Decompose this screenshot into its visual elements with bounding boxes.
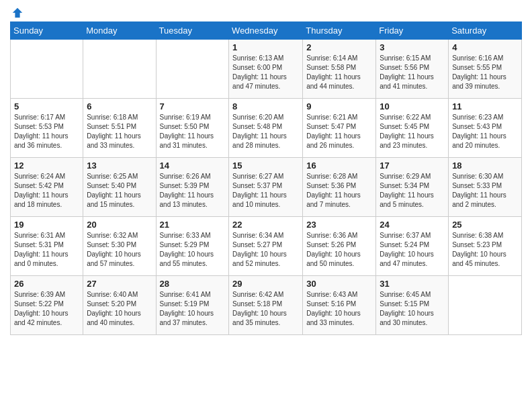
- calendar-cell: 3Sunrise: 6:15 AM Sunset: 5:56 PM Daylig…: [376, 40, 449, 99]
- calendar-week-row: 19Sunrise: 6:31 AM Sunset: 5:31 PM Dayli…: [11, 217, 522, 276]
- calendar-cell: 26Sunrise: 6:39 AM Sunset: 5:22 PM Dayli…: [11, 276, 83, 335]
- day-number: 21: [160, 220, 226, 230]
- day-number: 17: [380, 161, 445, 171]
- day-number: 1: [232, 42, 299, 52]
- page-container: SundayMondayTuesdayWednesdayThursdayFrid…: [0, 0, 532, 342]
- weekday-header-monday: Monday: [83, 22, 156, 40]
- day-info: Sunrise: 6:23 AM Sunset: 5:43 PM Dayligh…: [452, 113, 518, 150]
- calendar-cell: 11Sunrise: 6:23 AM Sunset: 5:43 PM Dayli…: [449, 99, 522, 158]
- day-number: 24: [380, 220, 445, 230]
- day-number: 25: [452, 220, 518, 230]
- day-info: Sunrise: 6:18 AM Sunset: 5:51 PM Dayligh…: [87, 113, 152, 150]
- day-number: 29: [232, 279, 299, 289]
- day-number: 30: [306, 279, 372, 289]
- day-number: 15: [232, 161, 299, 171]
- day-number: 7: [160, 101, 226, 111]
- day-info: Sunrise: 6:25 AM Sunset: 5:40 PM Dayligh…: [87, 172, 152, 210]
- calendar-cell: 21Sunrise: 6:33 AM Sunset: 5:29 PM Dayli…: [156, 217, 229, 276]
- calendar-cell: 6Sunrise: 6:18 AM Sunset: 5:51 PM Daylig…: [83, 99, 156, 158]
- calendar-cell: 24Sunrise: 6:37 AM Sunset: 5:24 PM Dayli…: [376, 217, 449, 276]
- day-info: Sunrise: 6:27 AM Sunset: 5:37 PM Dayligh…: [232, 172, 299, 210]
- weekday-header-saturday: Saturday: [449, 22, 522, 40]
- day-info: Sunrise: 6:20 AM Sunset: 5:48 PM Dayligh…: [232, 113, 299, 150]
- weekday-header-friday: Friday: [376, 22, 449, 40]
- calendar-cell: 8Sunrise: 6:20 AM Sunset: 5:48 PM Daylig…: [229, 99, 303, 158]
- calendar-cell: 31Sunrise: 6:45 AM Sunset: 5:15 PM Dayli…: [376, 276, 449, 335]
- calendar-cell: 23Sunrise: 6:36 AM Sunset: 5:26 PM Dayli…: [303, 217, 376, 276]
- weekday-header-tuesday: Tuesday: [156, 22, 229, 40]
- calendar-cell: [11, 40, 83, 99]
- calendar-cell: 2Sunrise: 6:14 AM Sunset: 5:58 PM Daylig…: [303, 40, 376, 99]
- day-info: Sunrise: 6:32 AM Sunset: 5:30 PM Dayligh…: [87, 231, 152, 269]
- page-header: [10, 7, 522, 16]
- day-number: 22: [232, 220, 299, 230]
- day-info: Sunrise: 6:33 AM Sunset: 5:29 PM Dayligh…: [160, 231, 226, 269]
- day-number: 4: [452, 42, 518, 52]
- calendar-week-row: 12Sunrise: 6:24 AM Sunset: 5:42 PM Dayli…: [11, 158, 522, 217]
- day-number: 19: [14, 220, 79, 230]
- day-number: 8: [232, 101, 299, 111]
- calendar-cell: 28Sunrise: 6:41 AM Sunset: 5:19 PM Dayli…: [156, 276, 229, 335]
- day-info: Sunrise: 6:16 AM Sunset: 5:55 PM Dayligh…: [452, 54, 518, 91]
- day-info: Sunrise: 6:28 AM Sunset: 5:36 PM Dayligh…: [306, 172, 372, 210]
- day-number: 28: [160, 279, 226, 289]
- day-number: 16: [306, 161, 372, 171]
- logo: [10, 7, 24, 16]
- day-info: Sunrise: 6:13 AM Sunset: 6:00 PM Dayligh…: [232, 54, 299, 91]
- day-number: 13: [87, 161, 152, 171]
- svg-marker-0: [13, 8, 22, 17]
- day-info: Sunrise: 6:24 AM Sunset: 5:42 PM Dayligh…: [14, 172, 79, 210]
- day-info: Sunrise: 6:42 AM Sunset: 5:18 PM Dayligh…: [232, 290, 299, 328]
- day-number: 20: [87, 220, 152, 230]
- calendar-cell: 29Sunrise: 6:42 AM Sunset: 5:18 PM Dayli…: [229, 276, 303, 335]
- day-info: Sunrise: 6:34 AM Sunset: 5:27 PM Dayligh…: [232, 231, 299, 269]
- calendar-cell: 25Sunrise: 6:38 AM Sunset: 5:23 PM Dayli…: [449, 217, 522, 276]
- day-info: Sunrise: 6:15 AM Sunset: 5:56 PM Dayligh…: [380, 54, 445, 91]
- calendar-cell: 18Sunrise: 6:30 AM Sunset: 5:33 PM Dayli…: [449, 158, 522, 217]
- weekday-header-row: SundayMondayTuesdayWednesdayThursdayFrid…: [11, 22, 522, 40]
- calendar-cell: 15Sunrise: 6:27 AM Sunset: 5:37 PM Dayli…: [229, 158, 303, 217]
- calendar-week-row: 5Sunrise: 6:17 AM Sunset: 5:53 PM Daylig…: [11, 99, 522, 158]
- calendar-cell: 30Sunrise: 6:43 AM Sunset: 5:16 PM Dayli…: [303, 276, 376, 335]
- day-number: 23: [306, 220, 372, 230]
- weekday-header-thursday: Thursday: [303, 22, 376, 40]
- day-number: 5: [14, 101, 79, 111]
- day-info: Sunrise: 6:17 AM Sunset: 5:53 PM Dayligh…: [14, 113, 79, 150]
- calendar-cell: 12Sunrise: 6:24 AM Sunset: 5:42 PM Dayli…: [11, 158, 83, 217]
- weekday-header-wednesday: Wednesday: [229, 22, 303, 40]
- day-info: Sunrise: 6:22 AM Sunset: 5:45 PM Dayligh…: [380, 113, 445, 150]
- calendar-cell: [156, 40, 229, 99]
- calendar-week-row: 1Sunrise: 6:13 AM Sunset: 6:00 PM Daylig…: [11, 40, 522, 99]
- day-number: 26: [14, 279, 79, 289]
- day-number: 18: [452, 161, 518, 171]
- calendar-cell: 17Sunrise: 6:29 AM Sunset: 5:34 PM Dayli…: [376, 158, 449, 217]
- calendar-cell: 13Sunrise: 6:25 AM Sunset: 5:40 PM Dayli…: [83, 158, 156, 217]
- day-number: 10: [380, 101, 445, 111]
- day-info: Sunrise: 6:37 AM Sunset: 5:24 PM Dayligh…: [380, 231, 445, 269]
- calendar-cell: 10Sunrise: 6:22 AM Sunset: 5:45 PM Dayli…: [376, 99, 449, 158]
- day-info: Sunrise: 6:26 AM Sunset: 5:39 PM Dayligh…: [160, 172, 226, 210]
- day-number: 11: [452, 101, 518, 111]
- calendar-week-row: 26Sunrise: 6:39 AM Sunset: 5:22 PM Dayli…: [11, 276, 522, 335]
- calendar-cell: 16Sunrise: 6:28 AM Sunset: 5:36 PM Dayli…: [303, 158, 376, 217]
- day-info: Sunrise: 6:29 AM Sunset: 5:34 PM Dayligh…: [380, 172, 445, 210]
- day-number: 14: [160, 161, 226, 171]
- day-info: Sunrise: 6:19 AM Sunset: 5:50 PM Dayligh…: [160, 113, 226, 150]
- day-number: 6: [87, 101, 152, 111]
- calendar-cell: [449, 276, 522, 335]
- weekday-header-sunday: Sunday: [11, 22, 83, 40]
- day-info: Sunrise: 6:14 AM Sunset: 5:58 PM Dayligh…: [306, 54, 372, 91]
- calendar-cell: 27Sunrise: 6:40 AM Sunset: 5:20 PM Dayli…: [83, 276, 156, 335]
- calendar-cell: 9Sunrise: 6:21 AM Sunset: 5:47 PM Daylig…: [303, 99, 376, 158]
- day-number: 27: [87, 279, 152, 289]
- day-info: Sunrise: 6:41 AM Sunset: 5:19 PM Dayligh…: [160, 290, 226, 328]
- calendar-cell: 7Sunrise: 6:19 AM Sunset: 5:50 PM Daylig…: [156, 99, 229, 158]
- day-info: Sunrise: 6:38 AM Sunset: 5:23 PM Dayligh…: [452, 231, 518, 269]
- calendar-table: SundayMondayTuesdayWednesdayThursdayFrid…: [10, 21, 522, 335]
- calendar-cell: [83, 40, 156, 99]
- day-info: Sunrise: 6:43 AM Sunset: 5:16 PM Dayligh…: [306, 290, 372, 328]
- day-info: Sunrise: 6:21 AM Sunset: 5:47 PM Dayligh…: [306, 113, 372, 150]
- calendar-cell: 14Sunrise: 6:26 AM Sunset: 5:39 PM Dayli…: [156, 158, 229, 217]
- day-number: 31: [380, 279, 445, 289]
- day-info: Sunrise: 6:31 AM Sunset: 5:31 PM Dayligh…: [14, 231, 79, 269]
